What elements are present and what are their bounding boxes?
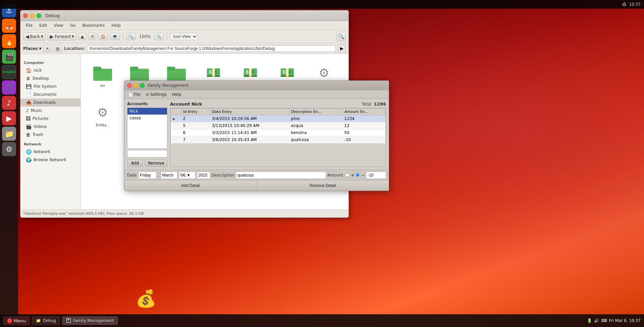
taskbar-item-family[interactable]: 👨‍👩‍👧 Family Management — [62, 317, 117, 325]
search-icon: 🔍 — [338, 33, 344, 40]
dialog-menu-file[interactable]: 📄 File — [126, 91, 143, 97]
back-icon: ◀ — [25, 34, 29, 39]
minimize-button[interactable] — [30, 13, 35, 18]
date-year-input[interactable] — [197, 172, 210, 179]
close-button[interactable] — [23, 13, 28, 18]
places-dropdown[interactable]: Places ▼ — [23, 46, 41, 51]
cash-decoration: 💰 — [127, 285, 164, 312]
amount-input[interactable] — [366, 172, 386, 179]
search-button[interactable]: 🔍 — [336, 32, 346, 41]
file-item-entity2[interactable]: ⚙ Entity... — [88, 100, 118, 133]
remove-detail-button[interactable]: Remove Detail — [257, 181, 389, 191]
svg-rect-3 — [130, 67, 138, 71]
dialog-menu-settings[interactable]: ⚙ Settings — [143, 91, 169, 97]
table-row[interactable]: 6 3/3/2015 11:14:41 AM benzina 50 — [171, 129, 386, 136]
entry-date: 3/6/2015 10:35:43 AM — [210, 136, 289, 143]
amount-radio-positive[interactable] — [345, 173, 350, 177]
menu-bookmarks[interactable]: Bookmarks — [79, 22, 107, 28]
table-row[interactable]: ▶ 2 3/4/2015 10:26:56 AM pino 1234 — [171, 115, 386, 122]
window-controls — [23, 13, 41, 18]
add-detail-button[interactable]: Add Detail — [124, 181, 257, 191]
sidebar-item-pictures[interactable]: 🖼 Pictures — [20, 115, 80, 123]
dialog-menu-help[interactable]: Help — [169, 91, 184, 97]
dock-dosbox[interactable]: DOSBOX — [2, 65, 16, 79]
dock-app2[interactable]: 🔥 — [2, 34, 16, 48]
taskbar-item-debug[interactable]: 📁 Debug — [32, 317, 60, 325]
nautilus-titlebar: Debug — [20, 10, 348, 21]
file-item-en[interactable]: en — [88, 61, 118, 93]
dock-music[interactable]: ♪ — [2, 96, 16, 110]
entry-desc: benzina — [289, 129, 342, 136]
total-value: 1286 — [374, 102, 386, 107]
sidebar-item-nick[interactable]: 🏠 nick — [20, 66, 80, 74]
account-item-nick[interactable]: Nick — [127, 108, 167, 115]
amount-radio-negative[interactable] — [356, 173, 360, 177]
dock-video[interactable]: ▶ — [2, 111, 16, 125]
refresh-button[interactable]: ↺ — [88, 33, 96, 40]
dock-files[interactable]: 📁 — [2, 127, 16, 141]
account-name-input[interactable] — [127, 150, 167, 157]
table-row[interactable]: 5 3/13/2015 10:40:29 AM acqua 12 — [171, 122, 386, 129]
places-close-button[interactable]: ✕ — [43, 45, 51, 52]
up-button[interactable]: ▲ — [78, 33, 86, 40]
view-select[interactable]: Icon View — [170, 33, 198, 40]
col-id-entry[interactable]: Id Entry — [181, 109, 210, 115]
back-button[interactable]: ◀ Back ▼ — [23, 32, 46, 41]
date-dot-sep: . — [158, 173, 159, 178]
zoom-in-button[interactable]: 🔍 — [154, 33, 164, 40]
topbar-power-icon[interactable]: ⏻ — [622, 2, 626, 7]
taskbar-start-button[interactable]: 🔴 Menu — [3, 317, 30, 325]
dialog-maximize-button[interactable] — [140, 83, 145, 88]
forward-dropdown-icon[interactable]: ▼ — [72, 35, 74, 38]
toggle-button[interactable]: ▤ — [53, 45, 62, 52]
date-day-input[interactable] — [138, 172, 157, 179]
date-month-input[interactable] — [161, 172, 177, 179]
nautilus-menubar: File Edit View Go Bookmarks Help — [20, 21, 348, 30]
taskbar-debug-icon: 📁 — [36, 318, 41, 323]
col-description[interactable]: Description En... — [289, 109, 342, 115]
sidebar-item-music[interactable]: ♪ Music — [20, 107, 80, 115]
sidebar-item-downloads[interactable]: 📥 Downloads — [20, 99, 80, 107]
home-button[interactable]: 🏠 — [98, 33, 108, 40]
sidebar-item-videos[interactable]: 🎬 Videos — [20, 123, 80, 131]
computer-button[interactable]: 💻 — [110, 33, 120, 40]
remove-account-button[interactable]: Remove — [145, 159, 167, 167]
description-label: Description — [212, 173, 234, 178]
menu-help[interactable]: Help — [109, 22, 123, 28]
table-row[interactable]: 7 3/6/2015 10:35:43 AM qualcosa -10 — [171, 136, 386, 143]
menu-go[interactable]: Go — [67, 22, 78, 28]
dock-app4[interactable]: 🎵 — [2, 80, 16, 94]
places-dropdown-icon[interactable]: ▼ — [39, 47, 41, 50]
dock-gear[interactable]: ⚙ — [2, 142, 16, 156]
account-item-cassa[interactable]: cassa — [127, 115, 167, 121]
sidebar-item-documents[interactable]: 📄 Documents — [20, 90, 80, 99]
dialog-close-button[interactable] — [127, 83, 132, 88]
description-input[interactable] — [236, 172, 326, 179]
col-data-entry[interactable]: Data Entry — [210, 109, 289, 115]
forward-button[interactable]: ▶ Forward ▼ — [48, 32, 76, 41]
entry-amount: 12 — [342, 122, 385, 129]
location-input[interactable] — [87, 45, 336, 52]
back-dropdown-icon[interactable]: ▼ — [41, 35, 43, 38]
table-scroll[interactable]: Id Entry Data Entry Description En... Am… — [170, 108, 386, 167]
sidebar-item-trash[interactable]: 🗑 Trash — [20, 131, 80, 139]
add-account-button[interactable]: Add — [127, 159, 143, 167]
dock-firefox[interactable]: 🦊 — [2, 19, 16, 33]
menu-edit[interactable]: Edit — [37, 22, 50, 28]
sidebar-item-filesystem[interactable]: 💾 File System — [20, 82, 80, 90]
amount-label: Amount — [327, 173, 343, 178]
menu-file[interactable]: File — [23, 22, 35, 28]
location-bar: Places ▼ ✕ ▤ Location: ▶ — [20, 43, 348, 54]
sidebar-item-browse-network[interactable]: 🌍 Browse Network — [20, 156, 80, 164]
dialog-minimize-button[interactable] — [133, 83, 138, 88]
toolbar-separator — [123, 32, 123, 41]
sidebar-item-desktop[interactable]: 🖥 Desktop — [20, 74, 80, 82]
col-amount[interactable]: Amount En... — [342, 109, 385, 115]
location-go-button[interactable]: ▶ — [338, 45, 346, 53]
menu-view[interactable]: View — [51, 22, 66, 28]
sidebar-item-network[interactable]: 🌐 Network — [20, 148, 80, 156]
dock-app3[interactable]: 🎬 — [2, 50, 16, 64]
date-num-dropdown[interactable]: 06. ▼ — [179, 172, 196, 179]
zoom-out-button[interactable]: 🔍 — [126, 33, 136, 40]
maximize-button[interactable] — [37, 13, 41, 18]
